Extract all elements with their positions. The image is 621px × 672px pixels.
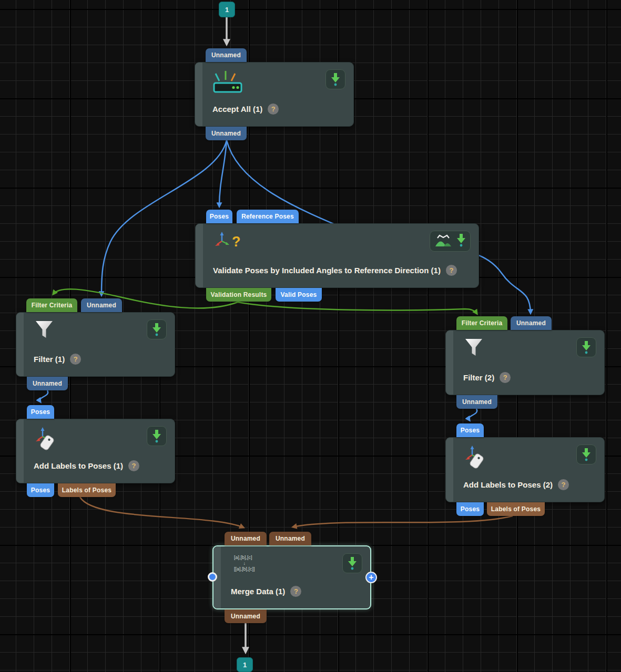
node-strip [16,419,24,483]
edge-filter-1-to-add-labels-1[interactable] [40,390,48,402]
port-in-addlabels2-poses[interactable]: Poses [456,423,484,437]
node-left-connection-handle[interactable] [208,572,217,582]
node-accept-all[interactable]: Accept All (1) ? [195,62,354,127]
help-icon[interactable]: ? [500,372,511,383]
download-output-button[interactable] [576,337,596,357]
help-icon[interactable]: ? [446,265,457,276]
node-graph-canvas[interactable]: 1 1 Unnamed Acce [0,0,621,672]
port-out-accept-all-unnamed[interactable]: Unnamed [206,127,247,140]
merge-icon-line-top: [a],[b],[c] [234,555,255,561]
help-icon[interactable]: ? [70,354,81,365]
funnel-icon [34,319,55,343]
end-step-badge[interactable]: 1 [237,657,253,672]
port-out-addlabels2-poses[interactable]: Poses [456,502,484,516]
node-title: Add Labels to Poses (2) [463,480,553,489]
port-in-addlabels1-poses[interactable]: Poses [27,405,54,419]
node-merge-data[interactable]: [a],[b],[c] ↓ [[a],[b],[c]] Merge Data (… [212,545,371,609]
node-validate-poses[interactable]: ? Validate Poses by Inc [195,223,479,288]
node-title: Validate Poses by Included Angles to Ref… [213,266,441,275]
edge-validation-results-to-filter-2[interactable] [238,302,477,314]
node-action-buttons[interactable] [430,231,471,252]
edge-labels-1-to-merge-data[interactable] [80,497,243,528]
node-strip [16,313,24,376]
merge-icon-line-bottom: [[a],[b],[c]] [234,566,255,572]
port-out-valid-poses[interactable]: Valid Poses [276,288,322,302]
edge-labels-2-to-merge-data[interactable] [293,516,513,527]
funnel-icon [463,337,484,360]
port-in-validate-reference-poses[interactable]: Reference Poses [237,210,299,223]
pose-axes-tag-icon [463,444,493,473]
router-icon [212,69,243,98]
pose-axes-tag-icon [34,426,63,454]
port-out-addlabels1-labels[interactable]: Labels of Poses [58,483,116,497]
download-output-button[interactable] [325,69,345,89]
node-add-labels-1[interactable]: Add Labels to Poses (1) ? [16,419,175,483]
port-out-validation-results[interactable]: Validation Results [206,288,271,302]
start-step-badge[interactable]: 1 [219,2,235,17]
port-out-merge-unnamed[interactable]: Unnamed [225,609,267,623]
node-strip [446,330,453,395]
node-title: Filter (2) [463,373,494,382]
node-title: Merge Data (1) [231,587,285,596]
port-out-filter1-unnamed[interactable]: Unnamed [27,377,68,390]
download-output-button[interactable] [147,426,167,446]
node-strip [195,63,202,126]
port-out-addlabels2-labels[interactable]: Labels of Poses [487,502,545,516]
port-in-accept-all-unnamed[interactable]: Unnamed [206,48,247,62]
merge-icon-arrow: ↓ [234,561,255,566]
download-output-button[interactable] [147,319,167,339]
node-title: Filter (1) [34,355,65,364]
port-in-filter1-criteria[interactable]: Filter Criteria [26,298,77,312]
pose-axes-question-icon: ? [213,231,241,250]
node-title: Accept All (1) [212,105,262,113]
add-connection-handle[interactable]: + [365,572,377,583]
port-in-merge-unnamed-2[interactable]: Unnamed [269,532,311,545]
port-in-filter2-unnamed[interactable]: Unnamed [511,316,552,330]
node-add-labels-2[interactable]: Add Labels to Poses (2) ? [445,437,605,502]
node-title: Add Labels to Poses (1) [34,461,123,470]
download-output-button[interactable] [456,233,466,249]
help-icon[interactable]: ? [128,460,139,471]
edge-filter-2-to-add-labels-2[interactable] [469,409,477,420]
download-output-button[interactable] [576,444,596,464]
port-out-addlabels1-poses[interactable]: Poses [27,483,54,497]
node-filter-2[interactable]: Filter (2) ? [445,330,605,395]
port-in-merge-unnamed-1[interactable]: Unnamed [225,532,267,545]
port-out-filter2-unnamed[interactable]: Unnamed [456,395,497,409]
port-in-validate-poses[interactable]: Poses [206,210,232,223]
node-strip [446,438,453,502]
help-icon[interactable]: ? [290,586,301,597]
help-icon[interactable]: ? [558,479,569,490]
download-output-button[interactable] [342,553,362,573]
port-in-filter1-unnamed[interactable]: Unnamed [81,298,122,312]
port-in-filter2-criteria[interactable]: Filter Criteria [456,316,507,330]
pose-validation-icon[interactable] [435,233,452,249]
help-icon[interactable]: ? [268,104,279,115]
node-filter-1[interactable]: Filter (1) ? [16,312,175,377]
merge-brackets-icon: [a],[b],[c] ↓ [[a],[b],[c]] [234,555,255,572]
node-strip [196,224,203,287]
